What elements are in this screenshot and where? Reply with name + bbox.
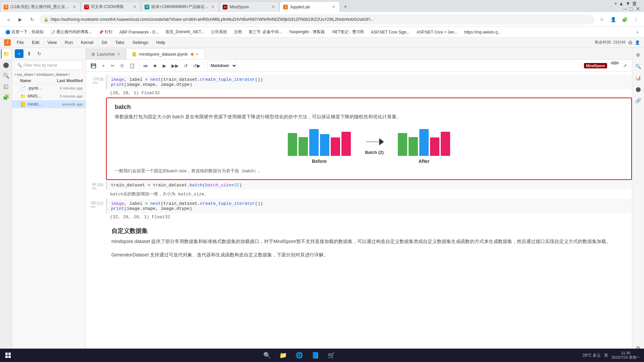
cell-type-select[interactable]: Markdown Code Raw	[207, 61, 237, 70]
bookmark-star-button[interactable]: ☆	[597, 15, 606, 24]
bookmark-third[interactable]: 第三节: 必备中间...	[246, 28, 285, 36]
share-button[interactable]: ↗	[621, 61, 629, 70]
maximize-button[interactable]: □	[630, 6, 633, 12]
bookmark-aspnet2[interactable]: ASP.NET Core + Jen...	[414, 28, 460, 36]
file-item-1[interactable]: 📁 MNIST_Data 5 minutes ago	[12, 92, 86, 100]
new-tab-button[interactable]: +	[340, 1, 351, 12]
modified-column-header[interactable]: Last Modified	[46, 78, 83, 83]
running-icon[interactable]: ⬤	[1, 60, 11, 70]
notebook-tab[interactable]: 📒 mindspore_dataset.ipynb ✕	[126, 49, 205, 59]
menu-run[interactable]: Run	[61, 38, 76, 48]
menu-git[interactable]: Git	[98, 38, 111, 48]
minimize-button[interactable]: ─	[623, 6, 627, 12]
tab5-close[interactable]: ✕	[331, 4, 336, 10]
tab-4[interactable]: M MindSpore ✕	[219, 1, 279, 12]
restart-button[interactable]: ↺	[181, 61, 190, 70]
profile-button[interactable]: 👤	[608, 15, 618, 24]
tab4-close[interactable]: ✕	[270, 4, 276, 10]
menu-tabs[interactable]: Tabs	[112, 38, 127, 48]
taskbar-store-button[interactable]: 🛒	[325, 350, 338, 361]
tab2-close[interactable]: ✕	[132, 4, 137, 10]
save-button[interactable]: 💾	[89, 61, 98, 70]
bookmark-dotnet[interactable]: 首页_Dotnet9_.NET...	[163, 28, 207, 36]
paste-button[interactable]: 📋	[127, 61, 137, 70]
tab-2[interactable]: 写 写文章-CSDN博客 ✕	[80, 1, 141, 12]
restart-run-button[interactable]: ↺▶	[191, 61, 203, 70]
cell-9-output: (28, 28, 1) Float32	[106, 89, 632, 97]
bookmark-docs[interactable]: 文档	[231, 28, 245, 36]
tab3-title: 徐涛+13960699696+产品验证...	[151, 4, 208, 10]
bookmark-dingding[interactable]: 📌钉钉	[96, 28, 115, 36]
bookmark-company[interactable]: 公司系统	[208, 28, 230, 36]
settings-button[interactable]: ⋮	[631, 15, 641, 24]
bookmark-mogong[interactable]: 📝墨公握代码的博客...	[48, 28, 95, 36]
bookmarks-more-button[interactable]: »	[634, 30, 641, 35]
shutdown-icon[interactable]: ⏻	[628, 40, 632, 45]
filter-search-box[interactable]: 🔍 Filter files by name	[15, 61, 83, 70]
launcher-tab[interactable]: ⊞ Launcher ✕	[86, 49, 126, 59]
upload-button[interactable]: ⬆	[25, 49, 34, 58]
commands-icon[interactable]: 🔍	[1, 70, 11, 80]
tabs-icon[interactable]: ◱	[1, 81, 11, 91]
url-bar[interactable]: 🔒 https://authoring-modelarts-cnnorth4.h…	[40, 14, 594, 24]
run-button[interactable]: ▶	[160, 61, 169, 70]
refresh-files-button[interactable]: ↻	[35, 49, 44, 58]
file-item-0[interactable]: 📄 .ipynb_chec... 6 minutes ago	[12, 84, 86, 92]
cell-batch-body[interactable]: batch 将数据集打包为固定大小的 batch 是在有限硬件资源下使用梯度下降…	[106, 98, 632, 180]
forward-button[interactable]: ▶	[15, 15, 25, 24]
bookmark-net[interactable]: .NET笔记 - 曹川民	[329, 28, 367, 36]
tab3-close[interactable]: ✕	[210, 4, 215, 10]
right-panel-icon-1[interactable]: ⚙	[634, 50, 643, 60]
files-icon[interactable]: 📁	[1, 49, 11, 59]
name-column-header[interactable]: Name	[20, 78, 46, 83]
cell-11-body[interactable]: image, label = next(train_dataset.create…	[106, 199, 632, 221]
taskbar-ie-button[interactable]: 📘	[309, 350, 322, 361]
menu-settings[interactable]: Settings	[129, 38, 152, 48]
run-all-button[interactable]: ▶▶	[169, 61, 181, 70]
menu-help[interactable]: Help	[153, 38, 169, 48]
extensions-button[interactable]: 🧩	[620, 15, 629, 24]
bookmark-baidu[interactable]: 🔵百度一下，你就知	[3, 28, 46, 36]
tab2-favicon: 写	[84, 5, 89, 9]
cell-10-body[interactable]: train_dataset = train_dataset.batch(batc…	[106, 181, 632, 198]
tab-3[interactable]: 徐 徐涛+13960699696+产品验证... ✕	[141, 1, 219, 12]
new-file-button[interactable]: +	[15, 49, 23, 58]
right-panel-icon-2[interactable]: 🔍	[634, 62, 643, 71]
menu-kernel[interactable]: Kernel	[77, 38, 97, 48]
taskbar-files-button[interactable]: 📁	[276, 350, 290, 361]
user-icon[interactable]: 👤	[635, 40, 640, 45]
back-button[interactable]: ◀	[3, 15, 13, 24]
menu-view[interactable]: View	[44, 38, 60, 48]
taskbar-edge-button[interactable]: 🌐	[292, 350, 306, 361]
file-modified-1: 5 minutes ago	[46, 94, 83, 98]
after-group: After	[398, 126, 450, 164]
before-label: Before	[312, 159, 327, 164]
menu-file[interactable]: File	[13, 38, 27, 48]
file-item-2[interactable]: 📒 mindspore_... seconds ago	[12, 100, 86, 108]
cell-custom-body[interactable]: 自定义数据集 mindspore.dataset 提供了部分常用数据集和标准格式…	[106, 222, 632, 261]
add-cell-button[interactable]: +	[99, 61, 108, 70]
right-panel-icon-3[interactable]: 📊	[634, 73, 643, 82]
cell-9-body[interactable]: image, label = next(train_dataset.create…	[106, 75, 632, 97]
tab-5[interactable]: J JupyterLab ✕	[279, 1, 340, 12]
extension-icon[interactable]: 🧩	[1, 92, 11, 102]
tab-1[interactable]: 墨 (11条消息) 墨公握代码_墨公业系... ✕	[0, 1, 80, 12]
bookmark-aspnet1[interactable]: ASP.NET Core Sign...	[368, 28, 413, 36]
copy-button[interactable]: ⎘	[118, 61, 126, 70]
start-button[interactable]	[0, 350, 16, 361]
notebook-tab-close[interactable]: ✕	[196, 52, 199, 57]
refresh-button[interactable]: ↻	[28, 15, 37, 24]
right-panel-icon-5[interactable]: 🔗	[634, 96, 643, 105]
bookmark-abp[interactable]: ABP Framework - O...	[117, 28, 161, 36]
right-panel-icon-4[interactable]: ⬤	[634, 84, 643, 94]
search-input-wrapper: 🔍 Filter files by name	[17, 63, 80, 68]
launcher-tab-close[interactable]: ✕	[117, 52, 120, 57]
menu-edit[interactable]: Edit	[29, 38, 43, 48]
bookmark-weixin[interactable]: https://mp.weixin.q...	[462, 28, 503, 36]
tab1-close[interactable]: ✕	[71, 4, 77, 10]
stop-button[interactable]: ■	[151, 61, 159, 70]
cut-button[interactable]: ✂	[108, 61, 117, 70]
taskbar-search-button[interactable]: 🔍	[260, 350, 274, 361]
bookmark-yaopeng[interactable]: Yaopengfei - 博客园	[286, 28, 327, 36]
run-prev-button[interactable]: ⏮	[141, 61, 150, 70]
